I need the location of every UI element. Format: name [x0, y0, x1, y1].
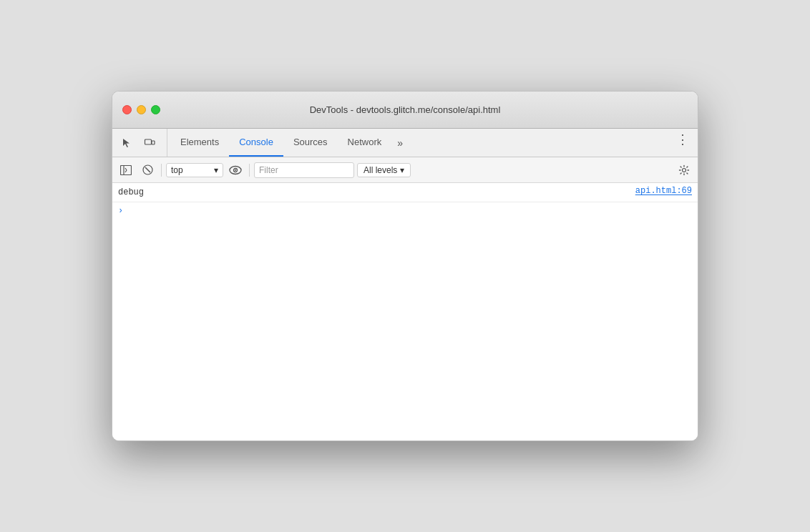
device-icon [144, 137, 155, 149]
svg-rect-0 [145, 139, 152, 144]
svg-line-7 [145, 167, 150, 172]
close-button[interactable] [122, 105, 132, 114]
svg-rect-1 [152, 141, 155, 144]
devtools-menu-button[interactable]: ⋮ [672, 129, 693, 150]
tab-bar-icons [117, 129, 167, 157]
filter-input[interactable] [254, 162, 354, 178]
svg-line-5 [125, 170, 127, 172]
tab-network[interactable]: Network [338, 129, 392, 157]
console-input[interactable] [127, 206, 692, 216]
live-expressions-button[interactable] [226, 161, 245, 179]
console-input-row: › [112, 202, 698, 220]
svg-point-10 [235, 169, 236, 171]
tab-sources[interactable]: Sources [283, 129, 338, 157]
svg-rect-2 [121, 165, 132, 174]
context-selector[interactable]: top ▾ [166, 163, 223, 177]
window-title: DevTools - devtools.glitch.me/console/ap… [310, 104, 501, 115]
log-source-link[interactable]: api.html:69 [635, 186, 692, 196]
title-bar: DevTools - devtools.glitch.me/console/ap… [112, 92, 698, 129]
clear-console-button[interactable] [138, 161, 157, 179]
devtools-window: DevTools - devtools.glitch.me/console/ap… [112, 91, 698, 441]
maximize-button[interactable] [151, 105, 160, 114]
eye-icon [229, 165, 242, 175]
sidebar-icon [120, 165, 132, 175]
log-levels-button[interactable]: All levels ▾ [357, 163, 411, 177]
inspect-element-button[interactable] [117, 133, 137, 153]
console-settings-button[interactable] [675, 161, 693, 179]
cursor-icon [121, 137, 132, 149]
toolbar-separator [161, 164, 162, 177]
gear-icon [678, 164, 690, 176]
clear-icon [142, 164, 153, 175]
tab-console[interactable]: Console [229, 129, 283, 157]
console-toolbar: top ▾ All levels ▾ [112, 157, 698, 183]
toolbar-separator-2 [249, 164, 250, 177]
svg-point-11 [683, 168, 686, 172]
tab-bar: Elements Console Sources Network » ⋮ [112, 129, 698, 157]
prompt-arrow[interactable]: › [118, 206, 123, 216]
console-content: debug api.html:69 › [112, 183, 698, 440]
log-entry-row: debug api.html:69 [112, 183, 698, 202]
sidebar-toggle-button[interactable] [117, 161, 135, 179]
traffic-lights [122, 105, 160, 114]
tab-elements[interactable]: Elements [170, 129, 229, 157]
device-toolbar-button[interactable] [140, 133, 160, 153]
more-tabs-button[interactable]: » [391, 129, 409, 157]
svg-line-4 [125, 168, 127, 170]
log-text: debug [118, 186, 635, 199]
minimize-button[interactable] [137, 105, 146, 114]
